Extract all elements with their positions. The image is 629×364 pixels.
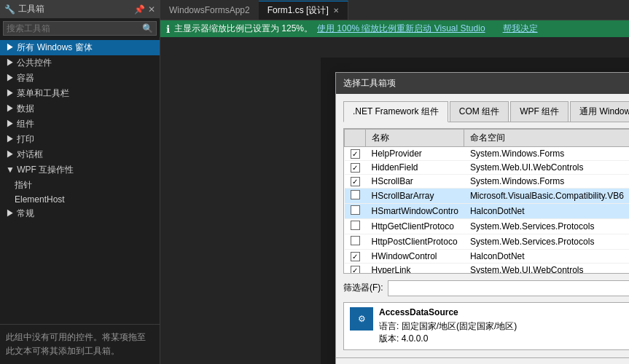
tab-wpf[interactable]: WPF 组件 [510,101,569,122]
table-row[interactable]: HScrollBarArrayMicrosoft.VisualBasic.Com… [345,189,630,204]
table-body: ✓HelpProviderSystem.Windows.FormsSystem.… [345,147,630,274]
search-box[interactable]: 🔍 [3,21,157,36]
checkbox-mark: ✓ [351,252,360,261]
table-row[interactable]: ✓HWindowControlHalconDotNethalcondotnet [345,250,630,264]
info-icon: ℹ [166,23,170,35]
table-row[interactable]: HttpPostClientProtocoSystem.Web.Services… [345,234,630,250]
components-table-container[interactable]: 名称 命名空间 程序集名称 ✓HelpProviderSystem.Window… [343,128,629,274]
pin-icon[interactable]: 📌 [134,4,145,15]
nav-item-label: ▼ WPF 互操作性 [6,164,74,176]
sidebar-item-pointer[interactable]: 指针 [0,178,160,193]
row-checkbox[interactable] [345,189,366,204]
row-name: HiddenField [366,161,464,175]
filter-input[interactable] [388,280,629,296]
row-namespace: System.Windows.Forms [464,175,629,189]
col-checkbox [345,130,366,147]
sidebar-item-data[interactable]: ▶ 数据 [0,101,160,116]
row-checkbox[interactable] [345,204,366,219]
search-icon: 🔍 [142,23,153,33]
row-namespace: HalconDotNet [464,204,629,219]
sidebar-item-common[interactable]: ▶ 公共控件 [0,55,160,71]
row-name: HyperLink [366,264,464,274]
dialog-title: 选择工具箱项 [343,77,396,90]
checkbox-mark: ✓ [351,163,360,173]
sidebar-item-components[interactable]: ▶ 组件 [0,116,160,132]
choose-toolbox-dialog: 选择工具箱项 ? ✕ .NET Framework 组件 COM 组件 WPF … [335,72,629,364]
restart-link[interactable]: 使用 100% 缩放比例重新启动 Visual Studio [317,23,485,35]
selected-item-info: AccessDataSource 语言: 固定国家/地区(固定国家/地区) 版本… [379,307,629,345]
nav-item-label: ▶ 组件 [6,118,34,130]
table-row[interactable]: ✓HiddenFieldSystem.Web.UI.WebControlsSys… [345,161,630,175]
row-name: HttpGetClientProtoco [366,219,464,234]
nav-item-label: ▶ 菜单和工具栏 [6,87,69,100]
nav-item-label: ▶ 公共控件 [6,57,52,69]
checkbox-mark [351,221,360,230]
tab-bar: WindowsFormsApp2 Form1.cs [设计] ✕ [160,0,629,20]
search-input[interactable] [7,23,142,33]
row-checkbox[interactable]: ✓ [345,161,366,175]
nav-item-label: ElementHost [15,194,65,205]
selected-item-version: 版本: 4.0.0.0 [379,333,629,345]
toolbox-icon: 🔧 [4,4,15,15]
sidebar-item-wpf[interactable]: ▼ WPF 互操作性 [0,162,160,178]
filter-row: 筛选器(F): 清除(C) [343,280,629,296]
help-decide-link[interactable]: 帮我决定 [503,23,538,35]
row-name: HttpPostClientProtoco [366,234,464,250]
dialog-footer: 确定 取消 重置(R) [336,357,629,364]
tab-dotnet[interactable]: .NET Framework 组件 [343,101,448,122]
row-name: HWindowControl [366,250,464,264]
sidebar-title: 工具箱 [18,3,44,15]
nav-item-label: ▶ 容器 [6,72,34,84]
sidebar-header-icons: 📌 ✕ [134,4,155,15]
sidebar-item-dialog[interactable]: ▶ 对话框 [0,147,160,162]
selected-item-lang: 语言: 固定国家/地区(固定国家/地区) [379,320,629,333]
row-checkbox[interactable] [345,219,366,234]
row-checkbox[interactable]: ✓ [345,264,366,274]
table-header-row: 名称 命名空间 程序集名称 [345,130,630,147]
checkbox-mark: ✓ [351,149,360,159]
sidebar-item-elementhost[interactable]: ElementHost [0,193,160,206]
tab-close-icon[interactable]: ✕ [333,7,339,15]
sidebar-item-all-windows[interactable]: ▶ 所有 Windows 窗体 [0,40,160,55]
table-row[interactable]: ✓HyperLinkSystem.Web.UI.WebControlsSyste… [345,264,630,274]
table-row[interactable]: ✓HScrollBarSystem.Windows.FormsSystem.Wi… [345,175,630,189]
sidebar-item-general[interactable]: ▶ 常规 [0,206,160,221]
row-checkbox[interactable]: ✓ [345,147,366,161]
close-icon[interactable]: ✕ [148,4,155,15]
row-namespace: Microsoft.VisualBasic.Compatibility.VB6 [464,189,629,204]
nav-item-label: ▶ 常规 [6,207,34,220]
sidebar-item-print[interactable]: ▶ 打印 [0,132,160,147]
row-namespace: System.Windows.Forms [464,147,629,161]
col-name[interactable]: 名称 [366,130,464,147]
sidebar-item-menus[interactable]: ▶ 菜单和工具栏 [0,86,160,101]
content-area: 选择工具箱项 ? ✕ .NET Framework 组件 COM 组件 WPF … [160,37,629,364]
table-row[interactable]: HttpGetClientProtocoSystem.Web.Services.… [345,219,630,234]
dialog-titlebar: 选择工具箱项 ? ✕ [336,73,629,94]
filter-label: 筛选器(F): [343,282,383,294]
row-namespace: System.Web.Services.Protocols [464,219,629,234]
tab-com[interactable]: COM 组件 [450,101,509,122]
dialog-overlay: 选择工具箱项 ? ✕ .NET Framework 组件 COM 组件 WPF … [321,58,629,364]
row-checkbox[interactable]: ✓ [345,175,366,189]
table-row[interactable]: HSmartWindowControHalconDotNethalcondotn… [345,204,630,219]
checkbox-mark [351,190,360,199]
nav-item-label: ▶ 数据 [6,103,34,115]
row-name: HSmartWindowContro [366,204,464,219]
sidebar-header: 🔧 工具箱 📌 ✕ [0,0,160,18]
selected-item-icon: ⚙ [350,307,373,331]
main-area: WindowsFormsApp2 Form1.cs [设计] ✕ ℹ 主显示器缩… [160,0,629,364]
sidebar-item-containers[interactable]: ▶ 容器 [0,71,160,86]
tab-form1-design[interactable]: Form1.cs [设计] ✕ [259,1,348,20]
table-row[interactable]: ✓HelpProviderSystem.Windows.FormsSystem.… [345,147,630,161]
tab-uwp[interactable]: 通用 Windows 组件 [570,101,629,122]
row-checkbox[interactable]: ✓ [345,250,366,264]
col-namespace[interactable]: 命名空间 [464,130,629,147]
dialog-tabs: .NET Framework 组件 COM 组件 WPF 组件 通用 Windo… [343,101,629,122]
tab-label: Form1.cs [设计] [267,4,329,17]
nav-item-label: ▶ 对话框 [6,149,43,161]
row-namespace: System.Web.Services.Protocols [464,234,629,250]
row-checkbox[interactable] [345,234,366,250]
row-name: HScrollBar [366,175,464,189]
row-name: HScrollBarArray [366,189,464,204]
app-name-label: WindowsFormsApp2 [160,2,259,18]
